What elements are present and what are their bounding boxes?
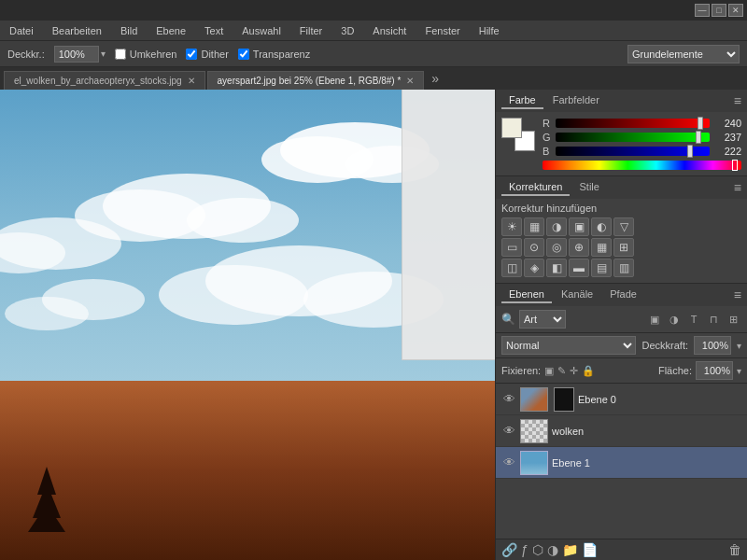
menu-ebene[interactable]: Ebene xyxy=(152,23,190,38)
fix-move-icon[interactable]: ✛ xyxy=(570,365,578,377)
umkehren-checkbox[interactable] xyxy=(115,49,126,60)
correction-curves[interactable]: ◑ xyxy=(546,217,567,236)
correction-levels[interactable]: ▦ xyxy=(524,217,544,236)
close-button[interactable]: ✕ xyxy=(728,4,743,17)
correction-extra1[interactable]: ▤ xyxy=(591,259,612,277)
maximize-button[interactable]: □ xyxy=(712,4,726,17)
color-panel-menu[interactable]: ≡ xyxy=(734,93,741,108)
fix-all-icon[interactable]: 🔒 xyxy=(582,365,595,377)
flaeche-dropdown-arrow[interactable]: ▾ xyxy=(737,366,741,376)
tab-farbe[interactable]: Farbe xyxy=(501,92,543,109)
fix-transparency-icon[interactable]: ▣ xyxy=(544,365,554,377)
window-controls[interactable]: — □ ✕ xyxy=(695,4,743,17)
tab-pfade[interactable]: Pfade xyxy=(602,287,644,303)
tab-ayers-label: ayerspart2.jpg bei 25% (Ebene 1, RGB/8#)… xyxy=(218,76,402,86)
layer-filter-type[interactable]: T xyxy=(685,311,702,328)
correction-invert[interactable]: ⊞ xyxy=(613,238,634,257)
tab-ayers-close[interactable]: ✕ xyxy=(406,76,414,86)
r-value: 240 xyxy=(713,118,741,129)
layer-thumb-ebene0 xyxy=(520,387,548,412)
add-style-icon[interactable]: ƒ xyxy=(521,542,529,557)
layer-eye-ebene1[interactable]: 👁 xyxy=(501,455,516,470)
menu-bild[interactable]: Bild xyxy=(117,23,141,38)
tab-more-button[interactable]: » xyxy=(426,71,444,86)
new-group-icon[interactable]: 📁 xyxy=(562,542,578,557)
green-slider[interactable] xyxy=(556,133,710,142)
dither-label: Dither xyxy=(201,49,228,60)
layer-filter-shape[interactable]: ⊓ xyxy=(705,311,722,328)
correction-threshold[interactable]: ◈ xyxy=(524,259,544,277)
correction-posterize[interactable]: ◫ xyxy=(501,259,522,277)
red-thumb[interactable] xyxy=(698,117,703,130)
foreground-color-swatch[interactable] xyxy=(501,118,522,138)
correction-brightness[interactable]: ☀ xyxy=(501,217,522,236)
correction-photofilter[interactable]: ◎ xyxy=(546,238,567,257)
correction-colorbalance[interactable]: ▭ xyxy=(501,238,522,257)
layer-filter-smart[interactable]: ⊞ xyxy=(725,311,741,328)
layer-filter-adjust[interactable]: ◑ xyxy=(666,311,683,328)
tab-wolken-close[interactable]: ✕ xyxy=(188,76,195,86)
correction-bw[interactable]: ⊙ xyxy=(524,238,544,257)
correction-hsl[interactable]: ▽ xyxy=(613,217,634,236)
spectrum-marker xyxy=(732,160,738,171)
blue-thumb[interactable] xyxy=(687,145,693,158)
new-layer-icon[interactable]: 📄 xyxy=(582,542,598,557)
blue-slider[interactable] xyxy=(556,147,710,156)
link-layers-icon[interactable]: 🔗 xyxy=(501,542,517,557)
tab-wolken[interactable]: el_wolken_by_archaeopteryx_stocks.jpg ✕ xyxy=(4,71,205,90)
dither-checkbox[interactable] xyxy=(186,49,197,60)
tab-ebenen[interactable]: Ebenen xyxy=(501,287,552,303)
corrections-panel-menu[interactable]: ≡ xyxy=(734,180,741,195)
correction-channelmix[interactable]: ⊕ xyxy=(569,238,589,257)
menu-datei[interactable]: Datei xyxy=(6,23,37,38)
correction-exposure[interactable]: ▣ xyxy=(569,217,589,236)
tab-ayers[interactable]: ayerspart2.jpg bei 25% (Ebene 1, RGB/8#)… xyxy=(207,71,425,90)
opacity-input[interactable] xyxy=(54,46,99,63)
opacity-dropdown-arrow[interactable]: ▾ xyxy=(737,341,741,351)
corrections-icons-row3: ◫ ◈ ◧ ▬ ▤ ▥ xyxy=(501,259,741,277)
correction-vibrance[interactable]: ◐ xyxy=(591,217,612,236)
tab-korrekturen[interactable]: Korrekturen xyxy=(501,179,570,196)
new-adjustment-icon[interactable]: ◑ xyxy=(547,542,558,557)
umkehren-group: Umkehren xyxy=(115,49,177,60)
tab-farbfelder[interactable]: Farbfelder xyxy=(545,92,607,109)
menu-ansicht[interactable]: Ansicht xyxy=(369,23,410,38)
menu-fenster[interactable]: Fenster xyxy=(421,23,463,38)
layer-bottom-toolbar: 🔗 ƒ ⬡ ◑ 📁 📄 🗑 xyxy=(496,539,747,560)
delete-layer-icon[interactable]: 🗑 xyxy=(728,542,741,557)
tab-stile[interactable]: Stile xyxy=(571,179,606,196)
menu-filter[interactable]: Filter xyxy=(296,23,326,38)
umkehren-label: Umkehren xyxy=(130,49,177,60)
correction-colorlookup[interactable]: ▦ xyxy=(591,238,612,257)
menu-bearbeiten[interactable]: Bearbeiten xyxy=(49,23,106,38)
blend-mode-select[interactable]: Normal xyxy=(501,336,636,355)
correction-extra2[interactable]: ▥ xyxy=(613,259,634,277)
menu-auswahl[interactable]: Auswahl xyxy=(238,23,285,38)
menu-text[interactable]: Text xyxy=(201,23,227,38)
layer-item-ebene1[interactable]: 👁 Ebene 1 xyxy=(496,447,747,479)
red-slider[interactable] xyxy=(556,119,710,128)
transparenz-checkbox[interactable] xyxy=(238,49,249,60)
green-thumb[interactable] xyxy=(696,131,701,144)
layer-item-ebene0[interactable]: 👁 Ebene 0 xyxy=(496,384,747,415)
color-swatches[interactable] xyxy=(501,118,535,151)
correction-selectivecolor[interactable]: ▬ xyxy=(569,259,589,277)
layer-filter-pixel[interactable]: ▣ xyxy=(646,311,663,328)
layer-eye-wolken[interactable]: 👁 xyxy=(501,424,516,439)
menu-hilfe[interactable]: Hilfe xyxy=(475,23,503,38)
grundelemente-select[interactable]: Grundelemente xyxy=(627,45,740,63)
filter-type-select[interactable]: Art xyxy=(519,310,566,329)
menu-3d[interactable]: 3D xyxy=(337,23,358,38)
color-spectrum[interactable] xyxy=(543,161,741,170)
minimize-button[interactable]: — xyxy=(695,4,710,17)
tab-kanale[interactable]: Kanäle xyxy=(554,287,600,303)
opacity-arrow[interactable]: ▾ xyxy=(101,49,106,59)
layer-eye-ebene0[interactable]: 👁 xyxy=(501,392,516,407)
layer-item-wolken[interactable]: 👁 wolken xyxy=(496,415,747,447)
flaeche-value-input[interactable] xyxy=(696,361,733,380)
layers-panel-menu[interactable]: ≡ xyxy=(734,287,741,302)
opacity-value-input[interactable] xyxy=(694,336,731,355)
correction-gradmap[interactable]: ◧ xyxy=(546,259,567,277)
add-mask-icon[interactable]: ⬡ xyxy=(532,542,543,557)
fix-brush-icon[interactable]: ✎ xyxy=(557,365,566,377)
